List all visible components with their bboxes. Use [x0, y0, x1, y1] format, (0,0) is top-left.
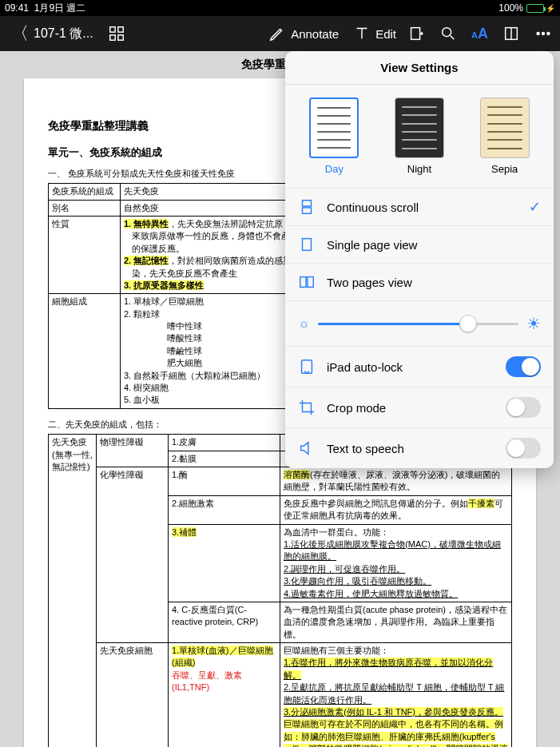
- svg-point-7: [537, 33, 539, 35]
- check-icon: ✓: [529, 198, 541, 216]
- thumbnails-button[interactable]: [105, 22, 129, 46]
- slider-knob[interactable]: [459, 315, 477, 332]
- text-edit-icon: [353, 25, 371, 42]
- edit-button[interactable]: Edit: [350, 22, 399, 46]
- single-page-icon: [298, 236, 316, 253]
- view-settings-popover: View Settings Day Night Sepia Continuous…: [285, 51, 554, 468]
- brightness-high-icon: ☀: [526, 314, 541, 333]
- svg-rect-14: [308, 277, 313, 288]
- crop-icon: [298, 399, 316, 416]
- bookmarks-icon[interactable]: [502, 25, 520, 42]
- chevron-left-icon: 〈: [11, 22, 29, 46]
- battery-percent: 100%: [498, 2, 523, 14]
- export-icon[interactable]: [407, 25, 425, 42]
- grid-icon: [108, 25, 125, 42]
- theme-night-thumb: [395, 97, 444, 158]
- option-text-to-speech[interactable]: Text to speech: [285, 427, 554, 468]
- charging-icon: ⚡: [546, 4, 555, 13]
- svg-rect-1: [118, 27, 123, 32]
- option-crop-mode[interactable]: Crop mode: [285, 387, 554, 427]
- theme-sepia[interactable]: Sepia: [480, 97, 530, 175]
- theme-sepia-thumb: [480, 97, 530, 158]
- speaker-icon: [298, 439, 316, 457]
- back-button[interactable]: 〈 107-1 微...: [8, 18, 97, 49]
- theme-night[interactable]: Night: [395, 97, 444, 175]
- svg-point-8: [542, 33, 545, 35]
- svg-rect-10: [303, 201, 312, 206]
- autolock-icon: [298, 358, 316, 375]
- svg-rect-13: [300, 277, 306, 288]
- popover-title: View Settings: [285, 51, 554, 85]
- svg-rect-2: [109, 35, 114, 40]
- view-settings-button[interactable]: AA: [471, 26, 488, 42]
- svg-rect-0: [109, 27, 114, 32]
- svg-rect-4: [411, 28, 420, 40]
- option-two-pages[interactable]: Two pages view: [285, 263, 554, 300]
- status-time: 09:41 1月9日 週二: [5, 2, 85, 15]
- app-toolbar: 〈 107-1 微... Annotate Edit AA: [0, 16, 560, 51]
- theme-day[interactable]: Day: [309, 97, 359, 175]
- svg-rect-12: [303, 239, 312, 251]
- crop-switch[interactable]: [506, 397, 541, 418]
- svg-rect-3: [118, 35, 123, 40]
- battery-icon: [526, 4, 544, 13]
- search-icon[interactable]: [439, 25, 457, 42]
- option-continuous-scroll[interactable]: Continuous scroll ✓: [285, 188, 554, 225]
- brightness-slider-row: ☼ ☀: [285, 300, 554, 346]
- more-icon[interactable]: [534, 25, 552, 42]
- svg-point-9: [547, 33, 550, 35]
- table-2: 先天免疫(無專一性,無記憶性) 物理性障礙 1.皮膚 2.黏膜 化學性障礙 1.…: [48, 434, 512, 747]
- brightness-low-icon: ☼: [298, 316, 310, 331]
- svg-rect-11: [303, 208, 312, 213]
- brightness-slider[interactable]: [318, 323, 518, 325]
- svg-point-5: [443, 28, 451, 37]
- two-pages-icon: [298, 273, 316, 291]
- pen-icon: [268, 25, 286, 42]
- doc-title: 107-1 微...: [34, 26, 93, 42]
- annotate-button[interactable]: Annotate: [265, 22, 342, 46]
- autolock-switch[interactable]: [506, 356, 541, 377]
- svg-rect-15: [302, 360, 312, 374]
- option-auto-lock[interactable]: iPad auto-lock: [285, 346, 554, 387]
- tts-switch[interactable]: [506, 438, 541, 459]
- option-single-page[interactable]: Single page view: [285, 225, 554, 263]
- status-bar: 09:41 1月9日 週二 100% ⚡: [0, 0, 560, 16]
- theme-day-thumb: [309, 97, 359, 158]
- continuous-scroll-icon: [298, 198, 316, 216]
